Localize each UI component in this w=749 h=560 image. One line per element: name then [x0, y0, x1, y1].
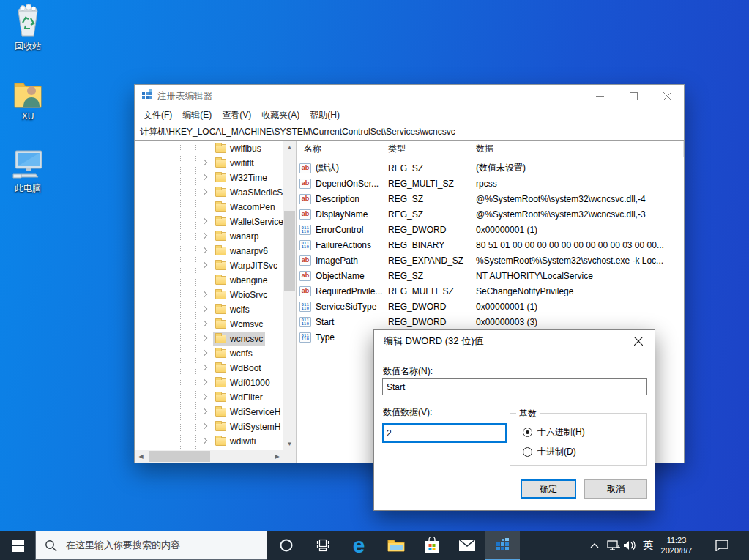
tree-item-content[interactable]: wcifs	[213, 303, 252, 316]
value-row-(默认)[interactable]: ab(默认)REG_SZ(数值未设置)	[297, 160, 684, 176]
chevron-right-icon[interactable]	[201, 335, 207, 341]
tree-item-content[interactable]: WalletService	[213, 215, 283, 228]
value-row-ObjectName[interactable]: abObjectNameREG_SZNT AUTHORITY\LocalServ…	[297, 268, 684, 283]
tree-item-wcncsvc[interactable]: wcncsvc	[135, 332, 283, 346]
file-explorer-button[interactable]	[379, 531, 413, 560]
dialog-title-bar[interactable]: 编辑 DWORD (32 位)值	[374, 330, 655, 352]
mail-button[interactable]	[450, 531, 484, 560]
address-bar[interactable]: 计算机\HKEY_LOCAL_MACHINE\SYSTEM\CurrentCon…	[135, 124, 684, 141]
chevron-right-icon[interactable]	[201, 350, 207, 356]
chevron-right-icon[interactable]	[201, 174, 207, 180]
scroll-down-icon[interactable]: ▼	[283, 438, 296, 450]
start-button[interactable]	[0, 531, 35, 560]
tree-item-WacomPen[interactable]: WacomPen	[135, 200, 283, 214]
tree-item-content[interactable]: wbengine	[213, 274, 269, 287]
tree-horizontal-scrollbar[interactable]: ◀ ▶	[135, 450, 283, 463]
menu-item-3[interactable]: 收藏夹(A)	[256, 109, 305, 122]
value-data-input[interactable]: 2	[382, 423, 507, 443]
value-row-Description[interactable]: abDescriptionREG_SZ@%SystemRoot%\system3…	[297, 191, 684, 206]
tree-item-WaaSMedicS[interactable]: WaaSMedicS	[135, 185, 283, 200]
chevron-right-icon[interactable]	[201, 218, 207, 224]
task-view-button[interactable]	[306, 531, 340, 560]
tree-item-WarpJITSvc[interactable]: WarpJITSvc	[135, 258, 283, 273]
taskbar-clock[interactable]: 11:23 2020/8/7	[656, 531, 697, 560]
tree-item-W32Time[interactable]: W32Time	[135, 171, 283, 185]
volume-tray-button[interactable]	[621, 531, 638, 560]
maximize-button[interactable]	[616, 85, 650, 107]
menu-item-1[interactable]: 编辑(E)	[177, 109, 217, 122]
tree-item-wcnfs[interactable]: wcnfs	[135, 346, 283, 361]
chevron-right-icon[interactable]	[201, 189, 207, 195]
scroll-up-icon[interactable]: ▲	[283, 141, 296, 154]
scroll-left-icon[interactable]: ◀	[135, 450, 147, 463]
desktop-icon-xu-folder[interactable]: XU	[1, 75, 54, 122]
tree-item-wanarp[interactable]: wanarp	[135, 229, 283, 244]
close-button[interactable]	[650, 85, 684, 107]
tree-item-WdBoot[interactable]: WdBoot	[135, 361, 283, 376]
tree-item-content[interactable]: Wcmsvc	[213, 318, 265, 331]
tree-item-content[interactable]: wdiwifi	[213, 435, 258, 448]
tree-vertical-scrollbar[interactable]: ▲ ▼	[283, 141, 296, 450]
taskbar-search-input[interactable]: 在这里输入你要搜索的内容	[35, 531, 267, 560]
edge-button[interactable]: e	[342, 531, 376, 560]
chevron-right-icon[interactable]	[201, 394, 207, 400]
chevron-right-icon[interactable]	[201, 233, 207, 239]
tree-item-WdiServiceH[interactable]: WdiServiceH	[135, 405, 283, 419]
minimize-button[interactable]	[583, 85, 616, 107]
cortana-button[interactable]	[269, 531, 303, 560]
tree-item-WdFilter[interactable]: WdFilter	[135, 390, 283, 405]
tree-item-WbioSrvc[interactable]: WbioSrvc	[135, 288, 283, 302]
tree-item-content[interactable]: Wdf01000	[213, 376, 272, 389]
value-name-field[interactable]: Start	[382, 378, 647, 395]
chevron-right-icon[interactable]	[201, 247, 207, 253]
tree-item-content[interactable]: WdBoot	[213, 362, 264, 375]
menu-item-0[interactable]: 文件(F)	[138, 109, 177, 122]
chevron-right-icon[interactable]	[201, 423, 207, 429]
tree-item-content[interactable]: WdiServiceH	[213, 406, 283, 419]
value-row-ImagePath[interactable]: abImagePathREG_EXPAND_SZ%SystemRoot%\Sys…	[297, 253, 684, 268]
tree-item-wanarpv6[interactable]: wanarpv6	[135, 244, 283, 258]
chevron-right-icon[interactable]	[201, 306, 207, 312]
tray-expand-button[interactable]	[586, 531, 603, 560]
tree-item-content[interactable]: wanarp	[213, 230, 261, 243]
tree-item-wbengine[interactable]: wbengine	[135, 273, 283, 288]
desktop-icon-this-pc[interactable]: 此电脑	[1, 146, 54, 195]
chevron-right-icon[interactable]	[201, 321, 207, 326]
radio-hexadecimal[interactable]: 十六进制(H)	[523, 426, 585, 438]
tree-item-content[interactable]: wanarpv6	[213, 244, 270, 258]
store-button[interactable]	[415, 531, 449, 560]
value-row-ServiceSidType[interactable]: 011110ServiceSidTypeREG_DWORD0x00000001 …	[297, 299, 684, 314]
network-tray-button[interactable]	[605, 531, 622, 560]
dialog-close-button[interactable]	[622, 330, 655, 352]
value-row-Start[interactable]: 011110StartREG_DWORD0x00000003 (3)	[297, 314, 684, 329]
title-bar[interactable]: 注册表编辑器	[135, 85, 684, 107]
tree-item-content[interactable]: WdFilter	[213, 391, 265, 404]
chevron-right-icon[interactable]	[201, 408, 207, 414]
tree-item-Wcmsvc[interactable]: Wcmsvc	[135, 317, 283, 332]
tree-item-content[interactable]: WarpJITSvc	[213, 259, 280, 272]
value-row-ErrorControl[interactable]: 011110ErrorControlREG_DWORD0x00000001 (1…	[297, 222, 684, 237]
tree-item-content[interactable]: WaaSMedicS	[213, 186, 283, 199]
column-header-1[interactable]: 类型	[384, 141, 472, 157]
chevron-right-icon[interactable]	[201, 438, 207, 444]
chevron-right-icon[interactable]	[201, 365, 207, 370]
value-row-FailureActions[interactable]: 011110FailureActionsREG_BINARY80 51 01 0…	[297, 237, 684, 253]
tree-item-content[interactable]: wcnfs	[213, 347, 255, 360]
column-header-0[interactable]: 名称	[297, 141, 384, 157]
menu-item-4[interactable]: 帮助(H)	[305, 109, 345, 122]
tree-item-content[interactable]: vwififlt	[213, 157, 256, 170]
scroll-right-icon[interactable]: ▶	[271, 450, 283, 463]
column-header-2[interactable]: 数据	[472, 141, 684, 157]
tree-item-vwifibus[interactable]: vwifibus	[135, 141, 283, 156]
radio-decimal[interactable]: 十进制(D)	[523, 446, 576, 458]
scrollbar-thumb[interactable]	[284, 211, 295, 291]
regedit-taskbar-button[interactable]	[485, 531, 520, 560]
chevron-right-icon[interactable]	[201, 262, 207, 268]
ime-indicator[interactable]: 英	[638, 531, 657, 560]
tree-item-content[interactable]: WdiSystemH	[213, 420, 283, 433]
ok-button[interactable]: 确定	[521, 479, 576, 499]
menu-item-2[interactable]: 查看(V)	[217, 109, 256, 122]
value-row-RequiredPrivile...[interactable]: abRequiredPrivile...REG_MULTI_SZSeChange…	[297, 283, 684, 299]
tree-item-content[interactable]: vwifibus	[213, 142, 264, 155]
chevron-right-icon[interactable]	[201, 379, 207, 385]
